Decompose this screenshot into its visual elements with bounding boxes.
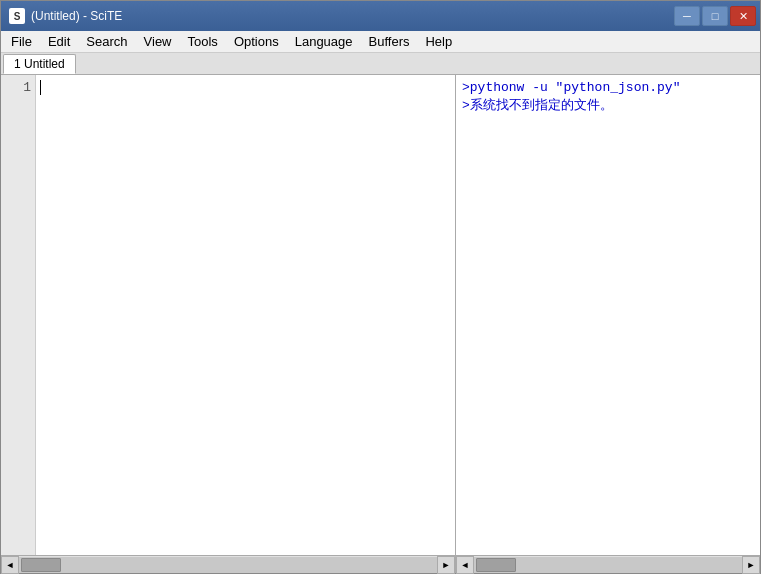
menu-options[interactable]: Options xyxy=(226,32,287,51)
minimize-button[interactable]: ─ xyxy=(674,6,700,26)
cursor-line xyxy=(40,79,451,97)
editor-scroll-track[interactable] xyxy=(19,557,437,573)
menu-file[interactable]: File xyxy=(3,32,40,51)
code-area[interactable] xyxy=(36,75,455,555)
titlebar-left: S (Untitled) - SciTE xyxy=(9,8,122,24)
output-scroll-right[interactable]: ► xyxy=(742,556,760,574)
editor-content: 1 xyxy=(1,75,455,555)
text-cursor xyxy=(40,80,41,95)
menu-language[interactable]: Language xyxy=(287,32,361,51)
menu-help[interactable]: Help xyxy=(417,32,460,51)
output-panel: >pythonw -u "python_json.py" >系统找不到指定的文件… xyxy=(456,75,760,555)
menu-buffers[interactable]: Buffers xyxy=(361,32,418,51)
output-content: >pythonw -u "python_json.py" >系统找不到指定的文件… xyxy=(456,75,760,555)
output-scroll-left[interactable]: ◄ xyxy=(456,556,474,574)
editor-panel: 1 xyxy=(1,75,456,555)
menu-edit[interactable]: Edit xyxy=(40,32,78,51)
menubar: File Edit Search View Tools Options Lang… xyxy=(1,31,760,53)
editor-scroll-left[interactable]: ◄ xyxy=(1,556,19,574)
line-number-1: 1 xyxy=(1,79,35,97)
editor-scroll-right[interactable]: ► xyxy=(437,556,455,574)
close-button[interactable]: ✕ xyxy=(730,6,756,26)
editor-scrollbar-container: ◄ ► xyxy=(1,555,455,573)
tab-untitled[interactable]: 1 Untitled xyxy=(3,54,76,74)
menu-tools[interactable]: Tools xyxy=(180,32,226,51)
tabbar: 1 Untitled xyxy=(1,53,760,75)
main-area: 1 >pythonw -u "python_json.py" >系统找不到指定的… xyxy=(1,75,760,555)
bottom-scrollbars: ◄ ► ◄ ► xyxy=(1,555,760,573)
output-scrollbar: ◄ ► xyxy=(456,555,760,573)
titlebar-buttons: ─ □ ✕ xyxy=(674,6,756,26)
menu-view[interactable]: View xyxy=(136,32,180,51)
output-line-2: >系统找不到指定的文件。 xyxy=(462,97,754,115)
editor-scroll-thumb[interactable] xyxy=(21,558,61,572)
titlebar: S (Untitled) - SciTE ─ □ ✕ xyxy=(1,1,760,31)
menu-search[interactable]: Search xyxy=(78,32,135,51)
output-scroll-thumb[interactable] xyxy=(476,558,516,572)
main-window: S (Untitled) - SciTE ─ □ ✕ File Edit Sea… xyxy=(0,0,761,574)
editor-scrollbar: ◄ ► xyxy=(1,555,456,573)
window-title: (Untitled) - SciTE xyxy=(31,9,122,23)
app-icon: S xyxy=(9,8,25,24)
line-numbers: 1 xyxy=(1,75,36,555)
output-scroll-track[interactable] xyxy=(474,557,742,573)
maximize-button[interactable]: □ xyxy=(702,6,728,26)
output-scrollbar-container: ◄ ► xyxy=(456,555,760,573)
output-line-1: >pythonw -u "python_json.py" xyxy=(462,79,754,97)
